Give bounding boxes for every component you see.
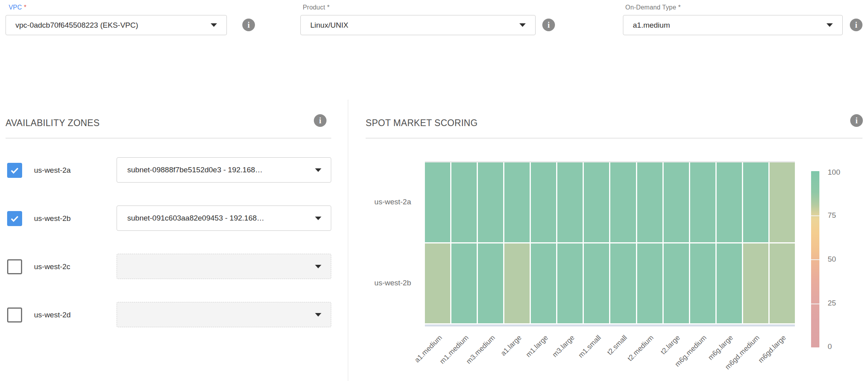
on-demand-type-label: On-Demand Type* — [625, 4, 681, 11]
az-subnet-select-us-west-2a[interactable]: subnet-09888f7be5152d0e3 - 192.168… — [117, 157, 331, 183]
heatmap-cell-us-west-2b-m1.medium — [451, 243, 477, 323]
heatmap-cell-us-west-2b-a1.medium — [425, 243, 450, 323]
heatmap-cell-us-west-2a-a1.large — [504, 162, 530, 242]
heatmap-cell-us-west-2b-m6g.medium — [690, 243, 715, 323]
az-subnet-select-us-west-2c[interactable] — [117, 254, 331, 279]
vpc-select[interactable]: vpc-0adcb70f645508223 (EKS-VPC) — [6, 15, 227, 35]
az-subnet-select-us-west-2b[interactable]: subnet-091c603aa82e09453 - 192.168… — [117, 206, 331, 231]
required-marker: * — [678, 4, 681, 11]
chevron-down-icon — [315, 168, 321, 172]
chevron-down-icon — [519, 23, 526, 27]
heatmap-cell-us-west-2b-t2.small — [610, 243, 636, 323]
heatmap-cell-us-west-2b-t2.large — [664, 243, 689, 323]
heatmap-xlabel-m6gd.large: m6gd.large — [757, 334, 788, 365]
heatmap-cell-us-west-2a-a1.medium — [425, 162, 450, 242]
product-label: Product* — [303, 4, 330, 11]
az-zone-label: us-west-2d — [34, 311, 71, 319]
heatmap-cell-us-west-2b-m3.large — [557, 243, 583, 323]
heatmap-colorbar — [811, 171, 819, 347]
chevron-down-icon — [211, 23, 217, 27]
heatmap-bottom-border — [425, 324, 795, 326]
product-select-value: Linux/UNIX — [310, 21, 515, 30]
chevron-down-icon — [315, 313, 321, 317]
checkmark-icon — [9, 213, 20, 224]
required-marker: * — [327, 4, 330, 11]
heatmap-ylabel-us-west-2a: us-west-2a — [340, 198, 411, 206]
heatmap-cell-us-west-2a-m3.medium — [478, 162, 503, 242]
heatmap-cell-us-west-2b-a1.large — [504, 243, 530, 323]
heatmap-xlabel-m1.large: m1.large — [524, 334, 549, 359]
availability-zones-info-icon[interactable]: i — [314, 114, 326, 127]
colorbar-tick-25 — [811, 304, 819, 304]
heatmap-cell-us-west-2a-m1.small — [584, 162, 609, 242]
heatmap-cell-us-west-2b-m3.medium — [478, 243, 503, 323]
heatmap-xlabel-t2.large: t2.large — [659, 334, 682, 356]
vpc-select-value: vpc-0adcb70f645508223 (EKS-VPC) — [15, 21, 206, 30]
az-checkbox-us-west-2a[interactable] — [7, 163, 22, 178]
colorbar-tick-75 — [811, 215, 819, 216]
heatmap-cell-us-west-2a-t2.large — [664, 162, 689, 242]
colorbar-label-25: 25 — [828, 299, 836, 307]
heatmap-xlabel-a1.large: a1.large — [499, 334, 523, 358]
heatmap-cell-us-west-2a-m6gd.large — [770, 162, 795, 242]
colorbar-label-75: 75 — [828, 211, 836, 220]
required-marker: * — [24, 4, 26, 11]
az-checkbox-us-west-2b[interactable] — [7, 211, 22, 226]
spot-market-scoring-divider — [366, 138, 862, 138]
heatmap-cell-us-west-2a-m6g.medium — [690, 162, 715, 242]
panel-vertical-divider — [348, 100, 348, 381]
colorbar-label-0: 0 — [828, 342, 832, 351]
heatmap-cell-us-west-2b-m1.small — [584, 243, 609, 323]
heatmap-cell-us-west-2b-m6g.large — [717, 243, 742, 323]
heatmap-cell-us-west-2b-m6gd.large — [770, 243, 795, 323]
colorbar-label-100: 100 — [828, 168, 840, 177]
heatmap-cell-us-west-2b-m6gd.medium — [743, 243, 768, 323]
chevron-down-icon — [826, 23, 833, 27]
subnet-select-value: subnet-091c603aa82e09453 - 192.168… — [127, 214, 310, 223]
subnet-select-value: subnet-09888f7be5152d0e3 - 192.168… — [127, 166, 310, 174]
chevron-down-icon — [315, 265, 321, 268]
heatmap-xlabel-t2.small: t2.small — [606, 334, 629, 357]
az-checkbox-us-west-2c[interactable] — [7, 259, 22, 274]
heatmap-cell-us-west-2a-m1.large — [531, 162, 556, 242]
heatmap-xlabel-m3.large: m3.large — [551, 334, 576, 359]
heatmap-plot-area — [425, 161, 795, 326]
az-zone-label: us-west-2b — [34, 214, 71, 223]
on-demand-type-select-value: a1.medium — [633, 21, 822, 30]
chevron-down-icon — [315, 217, 321, 220]
colorbar-label-50: 50 — [828, 255, 836, 264]
heatmap-cell-us-west-2a-t2.small — [610, 162, 636, 242]
heatmap-grid — [425, 162, 795, 323]
product-select[interactable]: Linux/UNIX — [300, 15, 536, 35]
checkmark-icon — [9, 165, 20, 175]
heatmap-cell-us-west-2a-m3.large — [557, 162, 583, 242]
az-zone-label: us-west-2c — [34, 262, 70, 271]
spot-market-scoring-info-icon[interactable]: i — [850, 114, 863, 127]
heatmap-cell-us-west-2b-t2.medium — [637, 243, 662, 323]
spot-market-scoring-title: SPOT MARKET SCORING — [366, 118, 477, 128]
heatmap-xlabel-t2.medium: t2.medium — [626, 334, 655, 363]
on-demand-type-select[interactable]: a1.medium — [623, 15, 843, 35]
product-info-icon[interactable]: i — [542, 19, 555, 31]
vpc-info-icon[interactable]: i — [242, 19, 255, 31]
heatmap-cell-us-west-2a-m6gd.medium — [743, 162, 768, 242]
heatmap-xlabel-m6g.large: m6g.large — [706, 334, 734, 362]
heatmap-cell-us-west-2b-m1.large — [531, 243, 556, 323]
availability-zones-title: AVAILABILITY ZONES — [6, 118, 100, 128]
heatmap-cell-us-west-2a-m1.medium — [451, 162, 477, 242]
heatmap-ylabel-us-west-2b: us-west-2b — [340, 279, 411, 287]
availability-zones-divider — [6, 138, 331, 138]
on-demand-type-info-icon[interactable]: i — [850, 19, 862, 31]
heatmap-cell-us-west-2a-m6g.large — [717, 162, 742, 242]
heatmap-xlabel-m1.small: m1.small — [577, 334, 603, 360]
vpc-label: VPC* — [9, 4, 26, 11]
az-subnet-select-us-west-2d[interactable] — [117, 302, 331, 327]
colorbar-tick-50 — [811, 259, 819, 260]
heatmap-cell-us-west-2a-t2.medium — [637, 162, 662, 242]
az-checkbox-us-west-2d[interactable] — [7, 307, 22, 323]
az-zone-label: us-west-2a — [34, 166, 71, 175]
